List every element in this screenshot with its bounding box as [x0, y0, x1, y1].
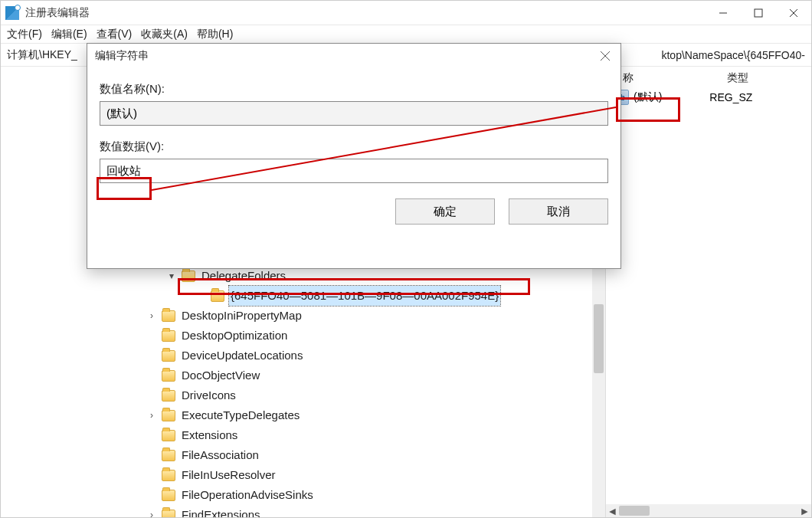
tree-item[interactable]: DeviceUpdateLocations	[1, 346, 605, 366]
dialog-close-button[interactable]	[594, 47, 616, 65]
tree-twisty-icon	[146, 350, 157, 361]
folder-icon	[162, 390, 175, 402]
tree-item[interactable]: Extensions	[1, 425, 605, 445]
tree-twisty-icon[interactable]: ›	[146, 410, 157, 421]
tree-item[interactable]: ›ExecuteTypeDelegates	[1, 405, 605, 425]
folder-icon	[162, 370, 175, 382]
folder-icon	[162, 350, 175, 362]
folder-icon	[162, 510, 175, 518]
menu-favorites[interactable]: 收藏夹(A)	[141, 28, 188, 41]
minimize-button[interactable]	[706, 1, 741, 25]
tree-item-label: DocObjectView	[180, 366, 261, 385]
tree-scroll-thumb[interactable]	[594, 304, 604, 373]
menu-view[interactable]: 查看(V)	[97, 28, 133, 41]
tree-twisty-icon	[146, 490, 157, 500]
values-pane[interactable]: 名称 类型 ab (默认) REG_SZ ◄ ►	[606, 67, 811, 517]
tree-twisty-icon	[195, 290, 206, 301]
menubar: 文件(F) 编辑(E) 查看(V) 收藏夹(A) 帮助(H)	[1, 25, 811, 44]
menu-help[interactable]: 帮助(H)	[197, 28, 233, 41]
tree-twisty-icon	[146, 330, 157, 341]
titlebar: 注册表编辑器	[1, 1, 811, 25]
tree-item[interactable]: ›DesktopIniPropertyMap	[1, 306, 605, 326]
tree-item[interactable]: FileInUseResolver	[1, 465, 605, 485]
tree-twisty-icon[interactable]: ›	[146, 510, 157, 517]
tree-item-label: DriveIcons	[180, 385, 237, 405]
col-name[interactable]: 名称	[612, 71, 696, 85]
menu-file[interactable]: 文件(F)	[7, 28, 42, 41]
folder-icon	[162, 330, 175, 342]
tree-twisty-icon	[146, 430, 157, 441]
regedit-icon	[5, 6, 19, 20]
value-row-default[interactable]: ab (默认) REG_SZ	[612, 90, 805, 105]
dialog-title: 编辑字符串	[87, 44, 620, 68]
folder-icon	[211, 290, 224, 302]
cancel-button[interactable]: 取消	[509, 198, 608, 225]
tree-item-label: FindExtensions	[180, 505, 262, 517]
tree-item-label: ExecuteTypeDelegates	[180, 405, 301, 425]
tree-twisty-icon	[146, 470, 157, 480]
svg-rect-1	[755, 9, 762, 17]
tree-item-label: {645FFO40—5081—101B—9F08—00AA002F954E}	[229, 286, 500, 306]
scroll-left-icon[interactable]: ◄	[606, 504, 619, 517]
tree-twisty-icon	[146, 450, 157, 461]
tree-item-label: FileAssociation	[180, 445, 260, 465]
value-name-label: 数值名称(N):	[100, 82, 608, 97]
tree-twisty-icon	[146, 370, 157, 381]
folder-icon	[162, 430, 175, 441]
tree-item[interactable]: FileOperationAdviseSinks	[1, 485, 605, 505]
tree-item[interactable]: DriveIcons	[1, 385, 605, 405]
tree-item-label: FileOperationAdviseSinks	[180, 485, 315, 505]
value-name-input[interactable]: (默认)	[100, 101, 608, 126]
list-header: 名称 类型	[612, 71, 805, 85]
tree-twisty-icon	[146, 390, 157, 401]
value-type: REG_SZ	[709, 91, 752, 103]
value-data-label: 数值数据(V):	[100, 139, 608, 154]
tree-item[interactable]: FileAssociation	[1, 445, 605, 465]
folder-icon	[162, 470, 175, 481]
tree-item[interactable]: DesktopOptimization	[1, 326, 605, 346]
tree-item[interactable]: {645FFO40—5081—101B—9F08—00AA002F954E}	[1, 286, 605, 306]
tree-item-label: DesktopIniPropertyMap	[180, 306, 303, 326]
maximize-button[interactable]	[741, 1, 776, 25]
tree-item-label: DeviceUpdateLocations	[180, 346, 304, 366]
menu-edit[interactable]: 编辑(E)	[51, 28, 87, 41]
value-data-input[interactable]: 回收站	[100, 159, 608, 183]
folder-icon	[162, 410, 175, 421]
tree-twisty-icon[interactable]: ▾	[166, 270, 177, 281]
scroll-right-icon[interactable]: ►	[798, 504, 811, 517]
tree-twisty-icon[interactable]: ›	[146, 310, 157, 321]
close-button[interactable]	[776, 1, 811, 25]
window-title: 注册表编辑器	[25, 6, 90, 20]
values-scrollbar-horizontal[interactable]: ◄ ►	[606, 504, 811, 517]
col-type[interactable]: 类型	[727, 71, 748, 85]
value-name: (默认)	[634, 90, 662, 104]
tree-item-label: Extensions	[180, 425, 239, 445]
edit-string-dialog: 编辑字符串 数值名称(N): (默认) 数值数据(V): 回收站 确定 取消	[87, 43, 621, 269]
folder-icon	[162, 490, 175, 501]
tree-item[interactable]: ›FindExtensions	[1, 505, 605, 517]
folder-icon	[162, 450, 175, 461]
address-right: ktop\NameSpace\{645FFO40-	[661, 49, 805, 61]
folder-icon	[162, 310, 175, 322]
tree-item-label: DesktopOptimization	[180, 326, 289, 346]
ok-button[interactable]: 确定	[395, 198, 495, 225]
folder-icon	[182, 270, 195, 282]
tree-item-label: FileInUseResolver	[180, 465, 277, 485]
values-scroll-thumb[interactable]	[619, 506, 650, 516]
tree-item[interactable]: DocObjectView	[1, 366, 605, 385]
address-left: 计算机\HKEY_	[7, 48, 77, 62]
